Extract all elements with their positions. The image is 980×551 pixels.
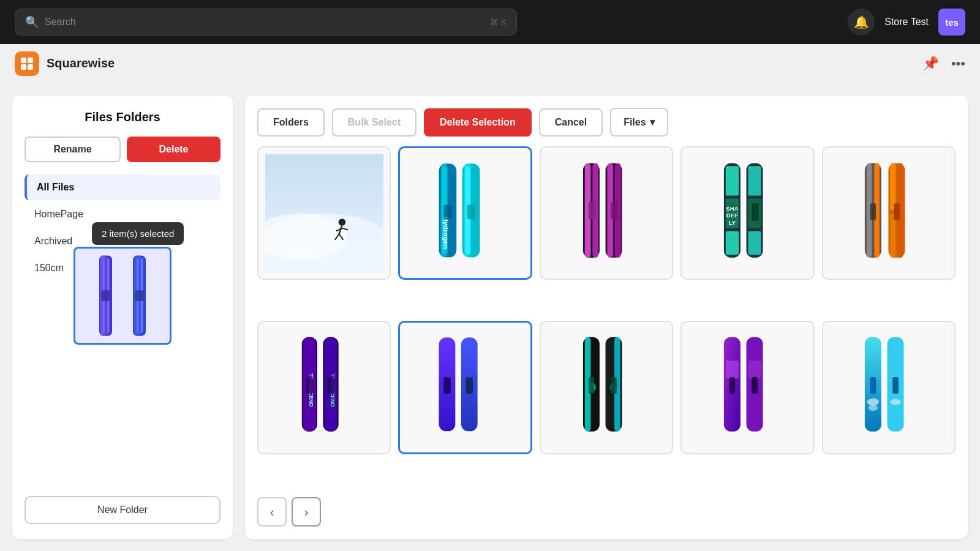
svg-rect-1 [28, 58, 33, 63]
svg-rect-71 [443, 377, 450, 394]
app-title: Squarewise [47, 56, 115, 70]
svg-rect-94 [893, 377, 899, 394]
svg-point-89 [867, 399, 879, 406]
next-page-button[interactable]: › [292, 497, 321, 527]
svg-rect-61 [894, 203, 900, 220]
notifications-button[interactable]: 🔔 [848, 9, 875, 36]
file-card-9[interactable] [680, 321, 814, 454]
svg-point-93 [891, 399, 901, 405]
svg-rect-31 [467, 204, 475, 219]
svg-point-90 [869, 405, 878, 411]
folder-label-archived: Archived [34, 236, 72, 246]
app-logo: Squarewise [15, 51, 115, 76]
svg-rect-51 [748, 231, 761, 255]
new-folder-button[interactable]: New Folder [24, 496, 221, 524]
avatar[interactable]: tes [938, 9, 965, 36]
svg-rect-49 [748, 166, 761, 195]
topbar: 🔍 Search ⌘ K 🔔 Store Test tes [0, 0, 980, 44]
svg-rect-8 [102, 290, 110, 301]
svg-rect-47 [729, 203, 736, 221]
store-label: Store Test [884, 17, 929, 28]
main-content: Files Folders Rename Delete All Files Ho… [0, 83, 980, 551]
svg-rect-59 [891, 213, 896, 257]
sidebar-actions: Rename Delete [24, 137, 221, 162]
svg-rect-2 [21, 64, 26, 70]
svg-rect-0 [21, 58, 26, 63]
pagination: ‹ › [257, 497, 956, 527]
file-card-7[interactable] [398, 321, 532, 454]
files-label: Files [624, 117, 646, 128]
svg-rect-73 [466, 377, 473, 394]
folder-item-all-files[interactable]: All Files [24, 174, 221, 200]
toolbar: Folders Bulk Select Delete Selection Can… [257, 108, 956, 137]
folders-button[interactable]: Folders [257, 108, 325, 137]
delete-selection-button[interactable]: Delete Selection [424, 108, 532, 137]
svg-rect-35 [588, 201, 595, 219]
svg-rect-41 [726, 166, 739, 195]
pin-button[interactable]: 📌 [922, 56, 939, 72]
svg-rect-86 [748, 361, 761, 378]
svg-rect-84 [729, 377, 735, 394]
svg-rect-87 [752, 377, 758, 394]
folder-item-homepage[interactable]: HomePage [24, 201, 221, 227]
file-grid: Hydrogen [257, 146, 956, 487]
svg-rect-69 [327, 377, 334, 394]
svg-rect-77 [588, 377, 594, 394]
svg-text:Hydrogen: Hydrogen [442, 216, 450, 249]
svg-rect-52 [752, 203, 759, 221]
rename-button[interactable]: Rename [24, 137, 121, 162]
files-dropdown-icon: ▾ [650, 116, 655, 128]
file-card-1[interactable] [257, 146, 391, 280]
svg-rect-83 [726, 361, 739, 378]
more-options-button[interactable]: ••• [951, 56, 965, 72]
prev-page-button[interactable]: ‹ [257, 497, 287, 527]
file-card-6[interactable]: TRANSCEND TRANSCEND [257, 321, 391, 454]
svg-point-17 [338, 219, 345, 226]
svg-rect-81 [611, 377, 617, 394]
header-actions: 📌 ••• [922, 56, 965, 72]
cancel-button[interactable]: Cancel [539, 108, 603, 137]
file-card-8[interactable] [540, 321, 673, 454]
file-card-10[interactable] [822, 321, 956, 454]
folder-list: All Files HomePage Archived 2 item(s) se… [24, 174, 221, 486]
svg-rect-91 [870, 377, 876, 394]
thumbnail-preview [74, 247, 172, 345]
topbar-right: 🔔 Store Test tes [848, 9, 965, 36]
bulk-select-button[interactable]: Bulk Select [332, 108, 417, 137]
folder-item-archived[interactable]: Archived 2 item(s) selected [24, 228, 221, 254]
file-area: Folders Bulk Select Delete Selection Can… [245, 96, 968, 539]
app-header: Squarewise 📌 ••• [0, 44, 980, 83]
files-button[interactable]: Files ▾ [610, 108, 668, 137]
sidebar-title: Files Folders [24, 110, 221, 124]
file-card-5[interactable] [822, 146, 956, 280]
logo-icon [15, 51, 39, 76]
svg-rect-58 [891, 163, 896, 210]
svg-rect-3 [28, 64, 33, 70]
sidebar-bottom: New Folder [24, 486, 221, 524]
svg-rect-39 [611, 201, 618, 219]
file-card-2[interactable]: Hydrogen [398, 146, 532, 280]
search-bar[interactable]: 🔍 Search ⌘ K [15, 9, 517, 36]
file-card-3[interactable] [540, 146, 673, 280]
search-keyboard-shortcut: ⌘ K [490, 17, 507, 27]
delete-button[interactable]: Delete [127, 137, 221, 162]
search-icon: 🔍 [25, 15, 39, 29]
sidebar: Files Folders Rename Delete All Files Ho… [12, 96, 233, 539]
svg-rect-13 [135, 290, 144, 301]
search-placeholder: Search [45, 17, 76, 28]
svg-rect-43 [726, 231, 739, 255]
file-card-4[interactable]: SHA DEF LY [680, 146, 814, 280]
svg-rect-27 [443, 204, 451, 219]
svg-rect-56 [870, 203, 876, 220]
svg-rect-65 [306, 377, 313, 394]
